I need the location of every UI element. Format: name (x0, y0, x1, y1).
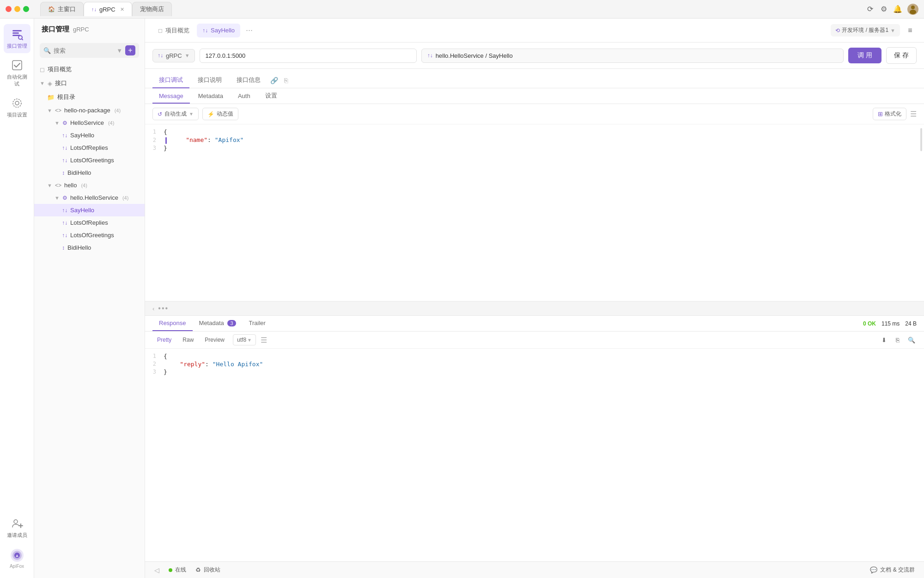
divider-dots[interactable]: ••• (158, 304, 169, 313)
hhs-label: hello.HelloService (70, 194, 118, 201)
sayhello-tab-label: SayHello (211, 27, 235, 34)
main-content: ◻ 项目概览 ↑↓ SayHello ··· ⟲ 开发环境 / 服务器1 ▼ ≡ (145, 18, 924, 578)
tab-grpc[interactable]: ↑↓ gRPC ✕ (84, 2, 132, 16)
nav-item-root-dir[interactable]: 📁 根目录 (34, 90, 145, 104)
sidebar-item-invite-member[interactable]: 邀请成员 (4, 513, 30, 542)
format-button[interactable]: ⊞ 格式化 (873, 108, 906, 120)
maximize-button[interactable] (23, 6, 29, 12)
resp-line-num-2: 2 (145, 361, 164, 367)
line-content-3: } (164, 145, 917, 152)
search-response-icon[interactable]: 🔍 (906, 335, 917, 345)
tab-close-icon[interactable]: ✕ (120, 6, 124, 12)
topbar-tab-sayhello[interactable]: ↑↓ SayHello (197, 24, 240, 37)
nav-item-sayhello-1[interactable]: ↑↓ SayHello (34, 129, 145, 141)
nav-item-helloservice[interactable]: ▼ ⚙ HelloService (4) (34, 117, 145, 129)
online-dot (169, 568, 172, 572)
copy-response-icon[interactable]: ⎘ (893, 335, 903, 345)
nav-search-area: 🔍 ▼ + (34, 40, 145, 61)
response-tab-metadata[interactable]: Metadata 3 (193, 316, 243, 331)
minimize-button[interactable] (14, 6, 20, 12)
bh2-method-icon: ↕ (62, 245, 65, 251)
svg-rect-2 (12, 30, 22, 31)
send-button[interactable]: 调 用 (848, 48, 881, 63)
nav-item-sayhello-2[interactable]: ↑↓ SayHello (34, 204, 145, 216)
refresh-icon[interactable]: ⟳ (866, 5, 874, 13)
apifox-brand-text: ApiFox (10, 564, 24, 569)
dynamic-value-button[interactable]: ⚡ 动态值 (202, 108, 238, 120)
response-tab-response[interactable]: Response (152, 316, 193, 331)
nav-item-hello-no-package[interactable]: ▼ <> hello-no-package (4) (34, 104, 145, 117)
download-icon[interactable]: ⬇ (879, 335, 889, 345)
log2-label: LotsOfGreetings (70, 232, 114, 239)
response-code-editor: 1 { 2 "reply": "Hello Apifox" 3 } (145, 349, 924, 561)
response-action-icons: ⬇ ⎘ 🔍 (879, 335, 917, 345)
close-button[interactable] (6, 6, 12, 12)
bottom-nav-left[interactable]: ◁ (154, 566, 159, 574)
copy-link-icon[interactable]: 🔗 (269, 75, 279, 86)
topbar-more-btn[interactable]: ··· (246, 25, 253, 35)
topbar-menu-btn[interactable]: ≡ (904, 24, 917, 37)
request-tab-docs[interactable]: 接口说明 (191, 73, 228, 88)
filter-lines-icon[interactable]: ☰ (261, 336, 267, 344)
request-code-editor[interactable]: 1 { 2 "name": "Apifox" 3 } (145, 124, 924, 301)
notification-icon[interactable]: 🔔 (894, 5, 902, 13)
message-tab-metadata[interactable]: Metadata (192, 89, 230, 104)
list-view-icon[interactable]: ☰ (910, 110, 917, 118)
bottom-docs[interactable]: 💬 文档 & 交流群 (870, 566, 915, 574)
nav-left-icon: ◁ (154, 566, 159, 574)
nav-item-project-overview[interactable]: ◻ 项目概览 (34, 62, 145, 76)
topbar-right: ⟲ 开发环境 / 服务器1 ▼ ≡ (831, 24, 917, 37)
response-format-pretty[interactable]: Pretty (152, 335, 176, 345)
nav-item-lotsofgreetings-2[interactable]: ↑↓ LotsOfGreetings (34, 229, 145, 241)
sidebar-item-api-management[interactable]: 接口管理 (4, 24, 30, 53)
auto-gen-button[interactable]: ↺ 自动生成 ▼ (152, 108, 199, 120)
hs-expand-icon: ▼ (55, 120, 60, 126)
nav-item-lotsofreplies-1[interactable]: ↑↓ LotsOfReplies (34, 141, 145, 154)
sidebar-item-auto-test[interactable]: 自动化测试 (4, 55, 30, 91)
tab-main[interactable]: 🏠 主窗口 (40, 2, 84, 16)
invite-member-label: 邀请成员 (7, 532, 27, 539)
hnp-badge: (4) (115, 108, 121, 113)
collapse-up-icon[interactable]: ‹ (152, 305, 154, 312)
env-selector[interactable]: ⟲ 开发环境 / 服务器1 ▼ (831, 24, 900, 37)
message-tab-message[interactable]: Message (152, 89, 190, 104)
topbar-tab-overview[interactable]: ◻ 项目概览 (152, 24, 195, 37)
save-button[interactable]: 保 存 (886, 47, 917, 64)
protocol-selector[interactable]: ↑↓ gRPC ▼ (152, 49, 195, 62)
nav-item-bidihello-2[interactable]: ↕ BidiHello (34, 241, 145, 254)
response-format-preview[interactable]: Preview (200, 335, 229, 345)
sidebar-item-project-settings[interactable]: 项目设置 (4, 93, 30, 122)
nav-item-lotsofgreetings-1[interactable]: ↑↓ LotsOfGreetings (34, 154, 145, 166)
editor-toolbar: ↺ 自动生成 ▼ ⚡ 动态值 ⊞ 格式化 ☰ (145, 104, 924, 124)
url-input[interactable] (200, 49, 417, 63)
nav-item-hello-helloservice[interactable]: ▼ ⚙ hello.HelloService (4) (34, 191, 145, 204)
nav-item-interface[interactable]: ▼ ◈ 接口 (34, 76, 145, 90)
message-tab-auth[interactable]: Auth (231, 89, 257, 104)
response-tab-trailer[interactable]: Trailer (243, 316, 272, 331)
encoding-selector[interactable]: utf8 ▼ (233, 334, 256, 345)
search-icon: 🔍 (43, 47, 51, 54)
avatar[interactable] (907, 4, 918, 15)
metadata-badge: 3 (227, 320, 236, 326)
message-tab-settings[interactable]: 设置 (259, 88, 284, 104)
add-api-button[interactable]: + (125, 45, 135, 55)
filter-icon[interactable]: ▼ (116, 47, 122, 54)
response-format-raw[interactable]: Raw (178, 335, 198, 345)
request-tab-debug[interactable]: 接口调试 (152, 73, 189, 88)
nav-item-lotsofreplies-2[interactable]: ↑↓ LotsOfReplies (34, 216, 145, 229)
copy-icon[interactable]: ⎘ (281, 75, 291, 86)
message-tab-strip: Message Metadata Auth 设置 (145, 88, 924, 104)
svg-point-8 (15, 101, 19, 105)
request-tab-strip: 接口调试 接口说明 接口信息 🔗 ⎘ (145, 69, 924, 88)
nav-header: 接口管理 gRPC (34, 18, 145, 40)
nav-title: 接口管理 (42, 25, 69, 34)
bottom-recycle[interactable]: ♻ 回收站 (195, 566, 220, 574)
tab-petstore[interactable]: 宠物商店 (132, 2, 172, 16)
nav-item-bidihello-1[interactable]: ↕ BidiHello (34, 166, 145, 179)
settings-icon[interactable]: ⚙ (880, 5, 888, 13)
request-tab-info[interactable]: 接口信息 (230, 73, 267, 88)
recycle-icon: ♻ (195, 566, 201, 573)
nav-item-hello-package[interactable]: ▼ <> hello (4) (34, 179, 145, 191)
hhs-expand-icon: ▼ (55, 195, 60, 201)
search-input[interactable] (54, 47, 114, 54)
